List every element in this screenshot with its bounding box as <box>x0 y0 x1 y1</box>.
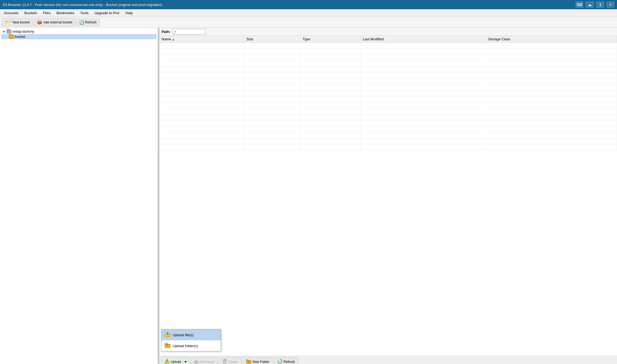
table-row <box>159 108 617 114</box>
table-row <box>159 78 617 84</box>
table-row <box>159 66 617 72</box>
menu-accounts[interactable]: Accounts <box>1 10 21 16</box>
app-title: S3 Browser 11.6.7 - Free Version (for no… <box>3 3 162 7</box>
tree-item-bucket[interactable]: bucket <box>1 34 157 39</box>
new-folder-icon: + <box>246 359 252 364</box>
upload-dropdown-arrow[interactable]: ▼ <box>183 360 188 364</box>
bottom-refresh-label: Refresh <box>283 360 295 364</box>
svg-text:+: + <box>248 360 250 363</box>
folder-icon-gray <box>7 30 11 34</box>
add-external-label: Add external bucket <box>43 20 72 24</box>
table-row <box>159 120 617 126</box>
upload-folders-label: Upload folder(s) <box>173 344 198 348</box>
path-bar: Path: / <box>159 28 617 36</box>
upload-file-icon <box>165 332 171 338</box>
tree-label-ontap-dummy: ontap-dummy <box>13 29 34 34</box>
col-type: Type <box>300 36 360 43</box>
left-panel: ▶ ontap-dummy bucket <box>0 28 158 364</box>
delete-label: Delete <box>228 360 238 364</box>
menu-buckets[interactable]: Buckets <box>22 10 40 16</box>
upload-files-label: Upload file(s) <box>173 333 194 337</box>
menu-help[interactable]: Help <box>123 10 135 16</box>
table-row <box>159 43 617 48</box>
path-label: Path: <box>162 30 171 34</box>
table-row <box>159 132 617 138</box>
tree-view: ▶ ontap-dummy bucket <box>0 28 158 364</box>
upload-dropdown-menu: Upload file(s) Upload folder(s) <box>161 329 221 351</box>
folder-icon-orange <box>9 35 14 39</box>
expand-arrow-icon: ▶ <box>3 30 5 33</box>
upload-files-menu-item[interactable]: Upload file(s) <box>161 329 221 340</box>
tree-item-ontap-dummy[interactable]: ▶ ontap-dummy <box>1 29 157 34</box>
menu-bar: Accounts Buckets Files Bookmarks Tools U… <box>0 9 617 17</box>
table-row <box>159 90 617 96</box>
upload-icon <box>165 359 170 364</box>
tree-label-bucket: bucket <box>15 35 25 39</box>
new-folder-button[interactable]: + New Folder <box>243 357 273 364</box>
new-folder-label: New Folder <box>253 360 269 364</box>
right-panel: Path: / Name ▲ Size Type Last Modified S… <box>159 28 617 364</box>
new-bucket-icon: 📁+ <box>5 20 11 25</box>
table-row <box>159 84 617 90</box>
delete-button[interactable]: Delete <box>219 357 241 364</box>
table-row <box>159 114 617 120</box>
new-bucket-label: New bucket <box>13 20 30 24</box>
menu-upgrade[interactable]: Upgrade to Pro! <box>92 10 122 16</box>
table-row <box>159 126 617 132</box>
table-row <box>159 138 617 144</box>
list-icon[interactable]: ≡ <box>607 2 614 8</box>
info-icon[interactable]: ℹ <box>596 2 604 8</box>
title-bar-icons: ⌨ ☁ ℹ ≡ <box>576 2 614 8</box>
bottom-refresh-button[interactable]: Refresh <box>274 357 298 364</box>
col-storage-class: Storage Class <box>486 36 617 43</box>
menu-bookmarks[interactable]: Bookmarks <box>54 10 77 16</box>
upload-button[interactable]: Upload ▼ <box>161 357 189 364</box>
bottom-toolbar: Upload ▼ Download <box>159 356 617 364</box>
main-area: ▶ ontap-dummy bucket Path: / <box>0 28 617 364</box>
svg-rect-9 <box>223 360 226 363</box>
col-name: Name ▲ <box>159 36 244 43</box>
add-external-icon: 📦 <box>37 20 42 25</box>
path-input[interactable]: / <box>173 29 205 35</box>
upload-folders-menu-item[interactable]: Upload folder(s) <box>161 340 221 351</box>
table-row <box>159 144 617 150</box>
upload-label: Upload <box>171 360 181 364</box>
new-bucket-button[interactable]: 📁+ New bucket <box>2 18 33 26</box>
cloud-icon[interactable]: ☁ <box>586 2 594 8</box>
col-size: Size <box>244 36 300 43</box>
svg-marker-15 <box>278 360 279 361</box>
files-list: Name ▲ Size Type Last Modified Storage C… <box>159 36 617 150</box>
svg-rect-3 <box>165 343 167 344</box>
col-last-modified: Last Modified <box>360 36 486 43</box>
add-external-bucket-button[interactable]: 📦 Add external bucket <box>34 18 75 26</box>
main-toolbar: 📁+ New bucket 📦 Add external bucket 🔄 Re… <box>0 17 617 28</box>
table-row <box>159 96 617 102</box>
table-row <box>159 60 617 66</box>
menu-files[interactable]: Files <box>40 10 53 16</box>
title-bar: S3 Browser 11.6.7 - Free Version (for no… <box>0 0 617 9</box>
table-row <box>159 72 617 78</box>
file-table: Name ▲ Size Type Last Modified Storage C… <box>159 36 617 356</box>
table-row <box>159 48 617 54</box>
table-row <box>159 54 617 60</box>
refresh-button[interactable]: 🔄 Refresh <box>76 19 99 26</box>
upload-folder-icon <box>165 342 171 349</box>
table-row <box>159 102 617 108</box>
menu-tools[interactable]: Tools <box>77 10 91 16</box>
delete-icon <box>222 359 227 364</box>
refresh-label: Refresh <box>85 20 96 24</box>
download-label: Download <box>200 360 214 364</box>
svg-rect-11 <box>224 359 225 360</box>
keyboard-icon[interactable]: ⌨ <box>576 2 583 8</box>
bottom-refresh-icon <box>277 359 282 364</box>
download-button[interactable]: Download <box>190 357 218 364</box>
download-icon <box>194 359 199 364</box>
refresh-icon: 🔄 <box>79 20 84 25</box>
